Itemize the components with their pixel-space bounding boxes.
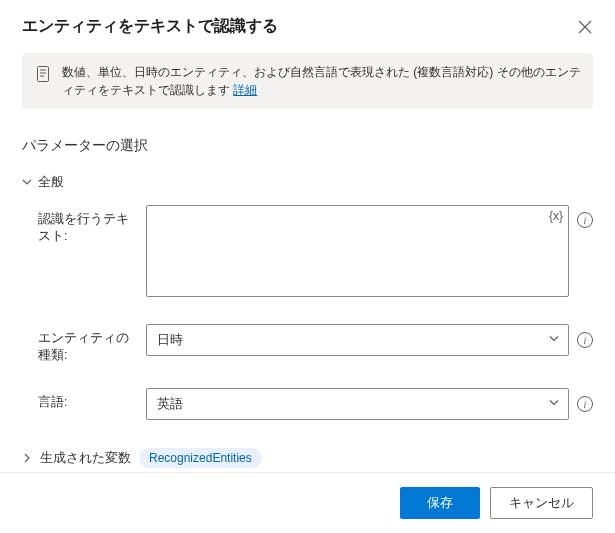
cancel-button[interactable]: キャンセル [490, 487, 593, 519]
chevron-down-icon [22, 175, 32, 190]
info-icon[interactable]: i [577, 396, 593, 412]
document-icon [34, 65, 52, 86]
variable-chip[interactable]: RecognizedEntities [139, 448, 262, 468]
info-icon[interactable]: i [577, 212, 593, 228]
info-description: 数値、単位、日時のエンティティ、および自然言語で表現された (複数言語対応) そ… [62, 65, 581, 97]
generated-variables-expander[interactable]: 生成された変数 RecognizedEntities [0, 444, 615, 468]
info-link[interactable]: 詳細 [233, 83, 257, 97]
close-button[interactable] [577, 19, 593, 35]
generated-variables-label: 生成された変数 [40, 449, 131, 467]
info-icon[interactable]: i [577, 332, 593, 348]
language-value: 英語 [157, 395, 183, 413]
language-label: 言語: [38, 388, 138, 411]
svg-rect-0 [38, 67, 49, 82]
dialog-title: エンティティをテキストで認識する [22, 16, 278, 37]
general-fields: 認識を行うテキスト: {x} i エンティティの種類: 日時 i 言語: 英語 [0, 197, 615, 420]
field-text-to-recognize: 認識を行うテキスト: {x} i [38, 205, 593, 300]
save-button[interactable]: 保存 [400, 487, 480, 519]
language-select[interactable]: 英語 [146, 388, 569, 420]
close-icon [578, 20, 592, 34]
info-text: 数値、単位、日時のエンティティ、および自然言語で表現された (複数言語対応) そ… [62, 63, 581, 99]
text-input[interactable] [146, 205, 569, 297]
chevron-right-icon [22, 451, 32, 466]
chevron-down-icon [548, 333, 560, 348]
dialog-header: エンティティをテキストで認識する [0, 0, 615, 49]
entity-type-label: エンティティの種類: [38, 324, 138, 364]
entity-type-select[interactable]: 日時 [146, 324, 569, 356]
entity-type-value: 日時 [157, 331, 183, 349]
field-language: 言語: 英語 i [38, 388, 593, 420]
info-card: 数値、単位、日時のエンティティ、および自然言語で表現された (複数言語対応) そ… [22, 53, 593, 109]
general-expander[interactable]: 全般 [0, 163, 615, 197]
general-label: 全般 [38, 173, 64, 191]
field-entity-type: エンティティの種類: 日時 i [38, 324, 593, 364]
insert-variable-button[interactable]: {x} [549, 209, 563, 223]
params-section-title: パラメーターの選択 [0, 109, 615, 163]
chevron-down-icon [548, 397, 560, 412]
dialog-footer: 保存 キャンセル [0, 472, 615, 533]
text-label: 認識を行うテキスト: [38, 205, 138, 245]
